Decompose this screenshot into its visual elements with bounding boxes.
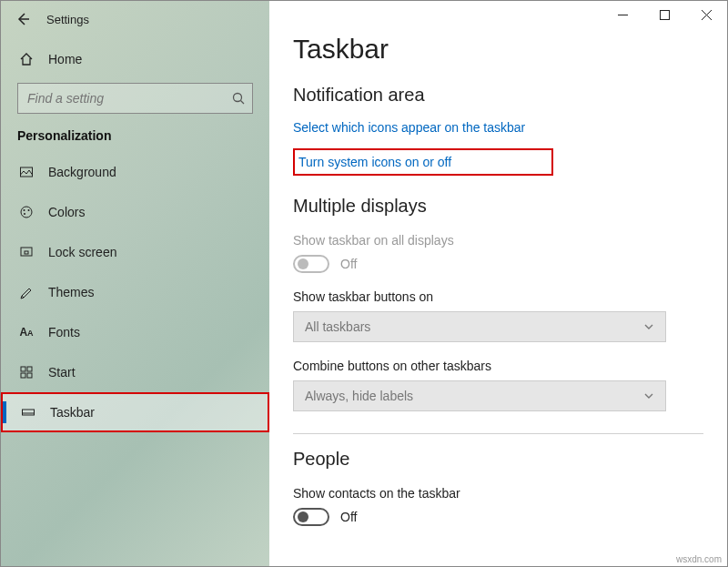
window-controls bbox=[602, 1, 727, 28]
svg-point-5 bbox=[28, 209, 30, 211]
dropdown-value: Always, hide labels bbox=[305, 389, 413, 403]
dropdown-value: All taskbars bbox=[305, 319, 370, 334]
maximize-icon bbox=[660, 10, 670, 20]
link-select-icons[interactable]: Select which icons appear on the taskbar bbox=[293, 120, 525, 135]
sidebar-item-start[interactable]: Start bbox=[1, 352, 269, 392]
sidebar-item-themes[interactable]: Themes bbox=[1, 272, 269, 312]
link-system-icons[interactable]: Turn system icons on or off bbox=[298, 155, 451, 169]
dropdown-buttons-on[interactable]: All taskbars bbox=[293, 311, 666, 342]
taskbar-icon bbox=[19, 405, 37, 420]
label-show-all-displays: Show taskbar on all displays bbox=[293, 233, 703, 248]
toggle-show-all-displays bbox=[293, 255, 329, 273]
home-label: Home bbox=[48, 52, 82, 66]
settings-window: Settings Home Personalization Background… bbox=[1, 1, 727, 566]
svg-point-4 bbox=[24, 209, 25, 211]
toggle-show-contacts-state: Off bbox=[340, 510, 357, 524]
sidebar-item-label: Themes bbox=[48, 285, 95, 299]
svg-rect-13 bbox=[23, 410, 35, 415]
sidebar: Settings Home Personalization Background… bbox=[1, 1, 269, 566]
svg-point-0 bbox=[234, 94, 242, 102]
sidebar-item-colors[interactable]: Colors bbox=[1, 192, 269, 232]
page-title: Taskbar bbox=[293, 34, 703, 65]
svg-line-1 bbox=[241, 101, 245, 105]
label-show-contacts: Show contacts on the taskbar bbox=[293, 486, 703, 501]
sidebar-nav: Background Colors Lock screen Themes AA … bbox=[1, 152, 269, 432]
close-button[interactable] bbox=[685, 1, 727, 28]
section-people: People bbox=[293, 449, 703, 470]
sidebar-item-label: Taskbar bbox=[50, 405, 95, 420]
minimize-icon bbox=[618, 10, 628, 20]
svg-rect-16 bbox=[660, 10, 669, 19]
toggle-show-contacts-row: Off bbox=[293, 508, 703, 526]
svg-point-3 bbox=[21, 207, 32, 218]
fonts-icon: AA bbox=[17, 326, 35, 339]
chevron-down-icon bbox=[643, 390, 654, 401]
home-nav[interactable]: Home bbox=[1, 45, 269, 74]
sidebar-item-background[interactable]: Background bbox=[1, 152, 269, 192]
maximize-button[interactable] bbox=[643, 1, 685, 28]
label-combine-other: Combine buttons on other taskbars bbox=[293, 359, 703, 373]
svg-rect-10 bbox=[27, 367, 32, 371]
watermark: wsxdn.com bbox=[676, 554, 722, 564]
svg-rect-11 bbox=[21, 373, 25, 378]
search-input[interactable] bbox=[17, 83, 253, 114]
arrow-left-icon bbox=[15, 12, 30, 26]
search-icon bbox=[231, 91, 246, 106]
label-buttons-on: Show taskbar buttons on bbox=[293, 289, 703, 304]
svg-rect-8 bbox=[25, 251, 28, 254]
start-icon bbox=[17, 365, 35, 380]
back-button[interactable] bbox=[8, 5, 37, 34]
svg-rect-12 bbox=[27, 373, 32, 378]
palette-icon bbox=[17, 205, 35, 219]
toggle-show-contacts[interactable] bbox=[293, 508, 329, 526]
sidebar-item-label: Lock screen bbox=[48, 245, 116, 259]
lockscreen-icon bbox=[17, 245, 35, 259]
app-title: Settings bbox=[46, 13, 89, 26]
search-field[interactable] bbox=[17, 83, 253, 114]
toggle-show-all-state: Off bbox=[340, 257, 357, 271]
main-content: Taskbar Notification area Select which i… bbox=[269, 1, 727, 566]
sidebar-item-label: Background bbox=[48, 165, 116, 179]
svg-point-6 bbox=[24, 213, 25, 215]
image-icon bbox=[17, 165, 35, 179]
sidebar-category: Personalization bbox=[1, 125, 269, 152]
close-icon bbox=[702, 10, 712, 20]
svg-rect-9 bbox=[21, 367, 25, 371]
sidebar-item-label: Fonts bbox=[48, 325, 80, 339]
dropdown-combine-other[interactable]: Always, hide labels bbox=[293, 380, 666, 411]
section-multiple-displays: Multiple displays bbox=[293, 196, 703, 217]
section-notification-area: Notification area bbox=[293, 85, 703, 106]
highlighted-link-box: Turn system icons on or off bbox=[293, 148, 553, 176]
sidebar-item-label: Start bbox=[48, 365, 76, 380]
home-icon bbox=[17, 52, 35, 66]
sidebar-item-label: Colors bbox=[48, 205, 85, 219]
themes-icon bbox=[17, 285, 35, 299]
sidebar-item-taskbar[interactable]: Taskbar bbox=[1, 392, 269, 432]
chevron-down-icon bbox=[643, 321, 654, 332]
sidebar-item-fonts[interactable]: AA Fonts bbox=[1, 312, 269, 352]
divider bbox=[293, 433, 703, 434]
minimize-button[interactable] bbox=[602, 1, 643, 28]
titlebar: Settings bbox=[1, 1, 269, 37]
sidebar-item-lockscreen[interactable]: Lock screen bbox=[1, 232, 269, 272]
toggle-show-all-displays-row: Off bbox=[293, 255, 703, 273]
